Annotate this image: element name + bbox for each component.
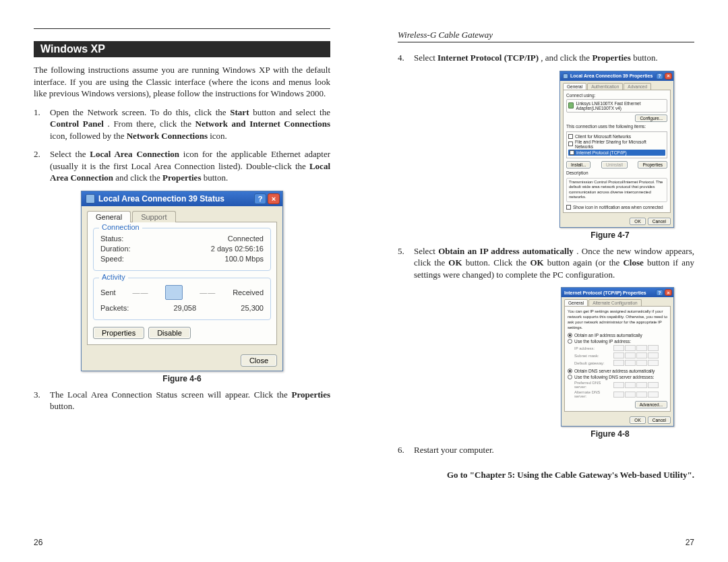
nic-icon (568, 102, 574, 108)
checkbox-icon[interactable] (570, 150, 574, 155)
steps-right-2: 5. Select Obtain an IP address automatic… (414, 245, 694, 281)
close-icon[interactable]: × (268, 193, 280, 204)
value: 100.0 Mbps (225, 255, 264, 263)
figure-4-8-dialog: Internet Protocol (TCP/IP) Properties ? … (561, 287, 674, 427)
list-item: Internet Protocol (TCP/IP) (576, 150, 627, 155)
dialog-titlebar[interactable]: Local Area Connection 39 Properties ? × (560, 71, 673, 81)
dialog-titlebar[interactable]: Internet Protocol (TCP/IP) Properties ? … (562, 288, 673, 297)
text: The Local Area Connection Status screen … (50, 389, 291, 400)
radio-icon[interactable] (568, 375, 572, 379)
radio-icon[interactable] (568, 333, 572, 338)
radio-icon[interactable] (568, 369, 572, 373)
step-3: 3. The Local Area Connection Status scre… (50, 389, 330, 412)
text: Properties (162, 173, 202, 183)
ok-button[interactable]: OK (630, 218, 645, 225)
adapter-name: Linksys LNE100TX Fast Ethernet Adapter(L… (576, 101, 665, 111)
label: Default gateway: (574, 361, 611, 365)
label: Preferred DNS server: (574, 381, 611, 389)
label-received: Received (233, 288, 264, 296)
text: Control Panel (50, 119, 104, 129)
text: icon, followed by the (50, 131, 127, 141)
help-icon[interactable]: ? (656, 289, 663, 296)
help-icon[interactable]: ? (254, 193, 266, 204)
goto-line: Go to "Chapter 5: Using the Cable Gatewa… (398, 470, 694, 480)
cancel-button[interactable]: Cancel (648, 218, 671, 225)
text: OK (530, 257, 543, 268)
close-icon[interactable]: × (665, 73, 672, 80)
text: Select (414, 53, 437, 63)
label: Use the following IP address: (574, 339, 631, 344)
dialog-title: Local Area Connection 39 Status (98, 194, 224, 204)
steps-right: 4. Select Internet Protocol (TCP/IP) , a… (414, 52, 694, 64)
checkbox-icon[interactable] (568, 142, 573, 146)
radio-icon[interactable] (568, 339, 572, 344)
tab-general[interactable]: General (563, 83, 586, 90)
app-icon (563, 73, 568, 79)
dialog-title: Internet Protocol (TCP/IP) Properties (564, 290, 646, 295)
text: button. (50, 401, 74, 411)
properties-button[interactable]: Properties (93, 327, 144, 339)
figure-4-6-caption: Figure 4-6 (34, 374, 330, 383)
group-legend: Activity (99, 273, 128, 281)
group-legend: Connection (99, 223, 142, 231)
page-number-right: 27 (686, 538, 694, 547)
steps-right-3: 6. Restart your computer. (414, 444, 694, 456)
page-left: Windows XP The following instructions as… (0, 0, 364, 562)
close-button[interactable]: Close (241, 354, 277, 367)
steps-left: 1. Open the Network screen. To do this, … (50, 106, 330, 184)
advanced-button[interactable]: Advanced... (635, 401, 667, 408)
items-list[interactable]: Client for Microsoft Networks File and P… (566, 131, 667, 158)
text: Restart your computer. (414, 445, 494, 455)
properties-button[interactable]: Properties (638, 161, 667, 168)
value: 2 days 02:56:16 (211, 245, 264, 253)
tab-general[interactable]: General (564, 299, 588, 306)
uninstall-button[interactable]: Uninstall (601, 161, 628, 168)
tab-authentication[interactable]: Authentication (587, 83, 623, 90)
text: button again (or the (547, 257, 624, 268)
rule-top-left (34, 28, 330, 29)
step-2: 2. Select the Local Area Connection icon… (50, 148, 330, 184)
help-icon[interactable]: ? (656, 73, 663, 80)
label: Status: (100, 235, 123, 243)
tab-support[interactable]: Support (132, 211, 176, 222)
figure-4-8-caption: Figure 4-8 (526, 429, 694, 439)
label: This connection uses the following items… (566, 124, 667, 129)
label: Show icon in notification area when conn… (573, 205, 663, 210)
tab-alt-config[interactable]: Alternate Configuration (588, 299, 642, 306)
figure-4-7-caption: Figure 4-7 (526, 230, 694, 240)
step-5: 5. Select Obtain an IP address automatic… (414, 245, 694, 281)
figure-4-7-dialog: Local Area Connection 39 Properties ? × … (559, 71, 674, 228)
step-1: 1. Open the Network screen. To do this, … (50, 106, 330, 142)
text: Obtain an IP address automatically (438, 246, 574, 256)
info-text: You can get IP settings assigned automat… (568, 309, 667, 330)
dialog-titlebar[interactable]: Local Area Connection 39 Status ? × (82, 191, 282, 206)
text: Network Connections (127, 131, 208, 141)
step-6: 6. Restart your computer. (414, 444, 694, 456)
checkbox-icon[interactable] (568, 134, 573, 139)
text: Close (623, 257, 643, 268)
value: Connected (228, 235, 264, 243)
description-text: Transmission Control Protocol/Internet P… (566, 178, 667, 202)
disable-button[interactable]: Disable (148, 327, 191, 339)
section-heading: Windows XP (34, 41, 330, 57)
text: Internet Protocol (TCP/IP) (437, 53, 539, 63)
text: button and select the (253, 107, 330, 117)
tab-advanced[interactable]: Advanced (624, 83, 651, 90)
text: button. (204, 173, 228, 183)
label: Obtain DNS server address automatically (574, 369, 655, 373)
text: Select (414, 246, 438, 256)
close-icon[interactable]: × (665, 289, 672, 296)
running-header: Wireless-G Cable Gateway (398, 28, 694, 42)
ok-button[interactable]: OK (630, 416, 645, 424)
value: 29,058 (173, 304, 196, 312)
tab-general[interactable]: General (87, 211, 131, 222)
text: OK (448, 257, 462, 268)
text: Select the (50, 149, 90, 159)
checkbox-icon[interactable] (566, 205, 571, 210)
install-button[interactable]: Install... (566, 161, 590, 168)
label: Alternate DNS server: (574, 390, 611, 398)
label: Description (566, 170, 667, 175)
cancel-button[interactable]: Cancel (648, 416, 671, 424)
configure-button[interactable]: Configure... (635, 115, 667, 122)
text: , and click the (541, 53, 592, 63)
